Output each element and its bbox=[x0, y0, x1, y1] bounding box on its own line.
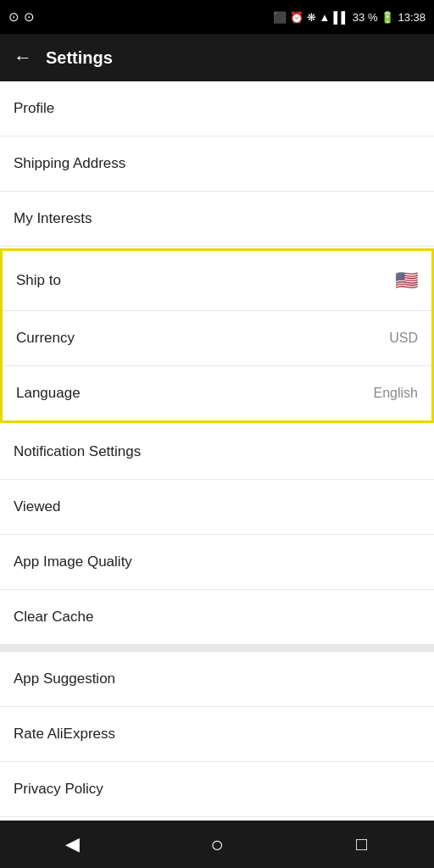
profile-label: Profile bbox=[14, 100, 54, 117]
shipping-address-item[interactable]: Shipping Address bbox=[0, 136, 434, 192]
ship-to-value: 🇺🇸 bbox=[395, 270, 418, 292]
viewed-item[interactable]: Viewed bbox=[0, 480, 434, 535]
my-interests-item[interactable]: My Interests bbox=[0, 192, 434, 247]
app-suggestion-item[interactable]: App Suggestion bbox=[0, 652, 434, 707]
privacy-policy-item[interactable]: Privacy Policy bbox=[0, 762, 434, 817]
nav-back-button[interactable]: ◀ bbox=[51, 827, 93, 861]
us-flag-icon: 🇺🇸 bbox=[395, 270, 418, 292]
top-navigation-bar: ← Settings bbox=[0, 34, 434, 81]
currency-label: Currency bbox=[16, 330, 75, 347]
profile-item[interactable]: Profile bbox=[0, 81, 434, 136]
language-label: Language bbox=[16, 385, 81, 402]
nav-recent-button[interactable]: □ bbox=[341, 827, 383, 861]
cast-icon: ⬛ bbox=[273, 11, 287, 24]
alarm-icon: ⏰ bbox=[290, 11, 303, 24]
status-bar: ⊙ ⊙ ⬛ ⏰ ❋ ▲ ▌▌ 33 % 🔋 13:38 bbox=[0, 0, 434, 34]
currency-item[interactable]: Currency USD bbox=[3, 311, 431, 366]
status-right-icons: ⬛ ⏰ ❋ ▲ ▌▌ 33 % 🔋 13:38 bbox=[273, 11, 426, 24]
circle-icon1: ⊙ bbox=[8, 9, 19, 25]
highlighted-section: Ship to 🇺🇸 Currency USD Language English bbox=[0, 248, 434, 423]
bottom-navigation-bar: ◀ ○ □ bbox=[0, 821, 434, 868]
app-image-quality-label: App Image Quality bbox=[14, 554, 132, 570]
ship-to-item[interactable]: Ship to 🇺🇸 bbox=[3, 251, 431, 311]
rate-aliexpress-label: Rate AliExpress bbox=[14, 726, 115, 743]
time-display: 13:38 bbox=[398, 11, 426, 24]
ship-to-label: Ship to bbox=[16, 272, 61, 289]
bluetooth-icon: ❋ bbox=[307, 11, 316, 24]
language-value: English bbox=[374, 386, 418, 401]
battery-icon: 🔋 bbox=[381, 11, 394, 24]
clear-cache-item[interactable]: Clear Cache bbox=[0, 590, 434, 645]
notification-settings-item[interactable]: Notification Settings bbox=[0, 425, 434, 480]
language-item[interactable]: Language English bbox=[3, 366, 431, 420]
section-divider bbox=[0, 645, 434, 652]
settings-list: Profile Shipping Address My Interests Sh… bbox=[0, 81, 434, 821]
shipping-address-label: Shipping Address bbox=[14, 155, 125, 172]
back-button[interactable]: ← bbox=[14, 47, 32, 69]
nav-home-button[interactable]: ○ bbox=[196, 827, 238, 861]
privacy-policy-label: Privacy Policy bbox=[14, 781, 103, 798]
circle-icon2: ⊙ bbox=[24, 9, 35, 25]
currency-value: USD bbox=[389, 331, 418, 346]
signal-icon: ▌▌ bbox=[333, 11, 348, 24]
rate-aliexpress-item[interactable]: Rate AliExpress bbox=[0, 707, 434, 762]
my-interests-label: My Interests bbox=[14, 210, 92, 227]
page-title: Settings bbox=[46, 48, 113, 68]
battery-text: 33 % bbox=[353, 11, 378, 24]
notification-settings-label: Notification Settings bbox=[14, 443, 141, 460]
status-left-icons: ⊙ ⊙ bbox=[8, 9, 35, 25]
viewed-label: Viewed bbox=[14, 498, 60, 515]
clear-cache-label: Clear Cache bbox=[14, 609, 94, 626]
app-suggestion-label: App Suggestion bbox=[14, 670, 115, 687]
wifi-icon: ▲ bbox=[320, 11, 331, 24]
app-image-quality-item[interactable]: App Image Quality bbox=[0, 535, 434, 590]
